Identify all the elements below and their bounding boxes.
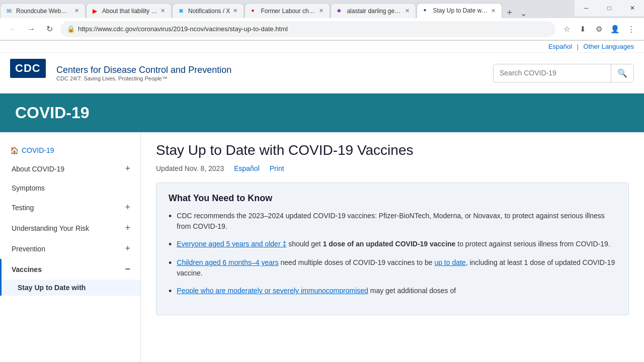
browser-tab-5[interactable]: ◆ alastair darling gets cov.. ✕	[331, 3, 416, 18]
lang-separator: |	[577, 43, 579, 50]
tab5-favicon: ◆	[337, 8, 344, 15]
sidebar-item-understanding-risk[interactable]: Understanding Your Risk +	[0, 218, 140, 238]
sidebar-item-vaccines[interactable]: Vaccines −	[0, 259, 140, 280]
sidebar-item-prevention[interactable]: Prevention +	[0, 238, 140, 259]
sidebar-item-symptoms[interactable]: Symptoms	[0, 179, 140, 197]
sidebar-subitem-stay-up-to-date[interactable]: Stay Up to Date with	[0, 280, 140, 296]
tab1-label: Roundcube Webmail ..	[16, 8, 71, 15]
tab6-label: Stay Up to Date with CO..	[433, 7, 488, 14]
close-button[interactable]: ✕	[621, 0, 644, 16]
tab2-favicon: ▶	[93, 8, 100, 15]
maximize-button[interactable]: □	[598, 0, 621, 16]
info-bullet-4: • People who are moderately or severely …	[169, 286, 616, 297]
sidebar-subitem-label: Stay Up to Date with	[18, 284, 86, 292]
sidebar: 🏠 COVID-19 About COVID-19 + Symptoms Tes…	[0, 132, 141, 362]
tab6-close[interactable]: ✕	[491, 8, 496, 14]
dose-bold: 1 dose of an updated COVID-19 vaccine	[323, 240, 456, 248]
tab3-close[interactable]: ✕	[233, 8, 237, 14]
forward-button[interactable]: →	[24, 22, 38, 36]
info-box-list: • CDC recommends the 2023–2024 updated C…	[169, 211, 616, 298]
back-button[interactable]: ←	[6, 22, 20, 36]
reload-button[interactable]: ↻	[42, 22, 56, 36]
new-tab-button[interactable]: +	[503, 8, 516, 18]
browser-tab-2[interactable]: ▶ About that liability order.. ✕	[86, 3, 172, 18]
tab4-close[interactable]: ✕	[319, 8, 324, 14]
children-aged-link[interactable]: Children aged 6 months–4 years	[177, 258, 278, 266]
tab5-close[interactable]: ✕	[405, 8, 410, 14]
expand-prevention-icon: +	[125, 243, 130, 254]
menu-icon[interactable]: ⋮	[624, 22, 638, 36]
immunocompromised-link[interactable]: People who are moderately or severely im…	[177, 287, 368, 295]
cdc-logo-title: Centers for Disease Control and Preventi…	[56, 65, 231, 75]
covid-banner: COVID-19	[0, 94, 644, 132]
covid-banner-title: COVID-19	[15, 104, 629, 122]
espanol-article-link[interactable]: Español	[234, 164, 260, 172]
info-bullet-2: • Everyone aged 5 years and older ‡ shou…	[169, 239, 616, 250]
address-bar[interactable]: 🔒	[60, 21, 555, 37]
cdc-logo-subtitle: CDC 24/7: Saving Lives. Protecting Peopl…	[56, 75, 231, 81]
sidebar-item-testing[interactable]: Testing +	[0, 197, 140, 218]
tab-overflow-button[interactable]: ⌄	[516, 9, 531, 18]
downloads-icon[interactable]: ⬇	[576, 22, 590, 36]
info-box-heading: What You Need to Know	[169, 193, 616, 204]
navigation-bar: ← → ↻ 🔒 ☆ ⬇ ⚙ 👤 ⋮	[0, 18, 644, 40]
nav-icons: ☆ ⬇ ⚙ 👤 ⋮	[559, 22, 638, 36]
info-bullet-1: • CDC recommends the 2023–2024 updated C…	[169, 211, 616, 232]
sidebar-item-about-label: About COVID-19	[12, 165, 64, 173]
url-input[interactable]	[78, 25, 549, 33]
sidebar-home-link[interactable]: 🏠 COVID-19	[0, 142, 140, 158]
sidebar-item-about-covid[interactable]: About COVID-19 +	[0, 158, 140, 179]
up-to-date-link[interactable]: up to date	[434, 258, 465, 266]
tab2-label: About that liability order..	[102, 8, 157, 15]
tab6-favicon: ●	[423, 7, 430, 14]
bullet-1-text: CDC recommends the 2023–2024 updated COV…	[177, 211, 616, 232]
espanol-link[interactable]: Español	[548, 43, 572, 50]
tab3-label: Notifications / X	[188, 8, 230, 15]
sidebar-item-testing-label: Testing	[12, 204, 34, 212]
info-box: What You Need to Know • CDC recommends t…	[156, 183, 629, 315]
cdc-logo-abbr: CDC	[15, 62, 41, 74]
bullet-4-text: People who are moderately or severely im…	[177, 286, 456, 296]
browser-tab-6[interactable]: ● Stay Up to Date with CO.. ✕	[417, 3, 502, 18]
cdc-logo: CDC Centers for Disease Control and Prev…	[10, 59, 231, 87]
home-icon: 🏠	[10, 146, 19, 154]
cdc-page: Español | Other Languages CDC Centers fo…	[0, 41, 644, 362]
search-button[interactable]: 🔍	[611, 64, 633, 82]
profile-icon[interactable]: 👤	[608, 22, 622, 36]
bookmark-star-icon[interactable]: ☆	[559, 22, 574, 36]
tab1-close[interactable]: ✕	[74, 8, 79, 14]
tab4-favicon: ●	[251, 8, 258, 15]
search-input[interactable]	[494, 65, 611, 81]
updated-date: Updated Nov. 8, 2023	[156, 164, 224, 172]
expand-risk-icon: +	[125, 223, 130, 233]
sidebar-item-risk-label: Understanding Your Risk	[12, 224, 89, 232]
other-languages-link[interactable]: Other Languages	[584, 43, 634, 50]
article-title: Stay Up to Date with COVID-19 Vaccines	[156, 142, 629, 158]
article-meta: Updated Nov. 8, 2023 Español Print	[156, 164, 629, 172]
cdc-header: CDC Centers for Disease Control and Prev…	[0, 53, 644, 94]
bullet-3-text: Children aged 6 months–4 years need mult…	[177, 257, 616, 279]
tab3-favicon: ✖	[179, 8, 186, 15]
info-bullet-3: • Children aged 6 months–4 years need mu…	[169, 257, 616, 279]
language-bar: Español | Other Languages	[0, 41, 644, 53]
browser-tab-3[interactable]: ✖ Notifications / X ✕	[172, 3, 244, 18]
window-controls: ─ □ ✕	[575, 0, 644, 16]
print-link[interactable]: Print	[270, 164, 284, 172]
extensions-icon[interactable]: ⚙	[592, 22, 606, 36]
bullet-2-text: Everyone aged 5 years and older ‡ should…	[177, 239, 610, 249]
tab2-close[interactable]: ✕	[160, 8, 165, 14]
everyone-aged-link[interactable]: Everyone aged 5 years and older ‡	[177, 240, 286, 248]
main-article: Stay Up to Date with COVID-19 Vaccines U…	[141, 132, 644, 362]
search-box[interactable]: 🔍	[493, 64, 634, 82]
tab5-label: alastair darling gets cov..	[347, 8, 402, 15]
expand-vaccines-icon: −	[125, 264, 130, 275]
tab1-favicon: ✉	[7, 8, 14, 15]
expand-testing-icon: +	[125, 202, 130, 213]
sidebar-item-vaccines-label: Vaccines	[12, 265, 42, 274]
minimize-button[interactable]: ─	[575, 0, 598, 16]
browser-tab-4[interactable]: ● Former Labour chancel.. ✕	[245, 3, 330, 18]
lock-icon: 🔒	[67, 25, 75, 33]
sidebar-home-label: COVID-19	[22, 146, 54, 154]
browser-tab-1[interactable]: ✉ Roundcube Webmail .. ✕	[0, 3, 86, 18]
sidebar-item-prevention-label: Prevention	[12, 245, 45, 253]
